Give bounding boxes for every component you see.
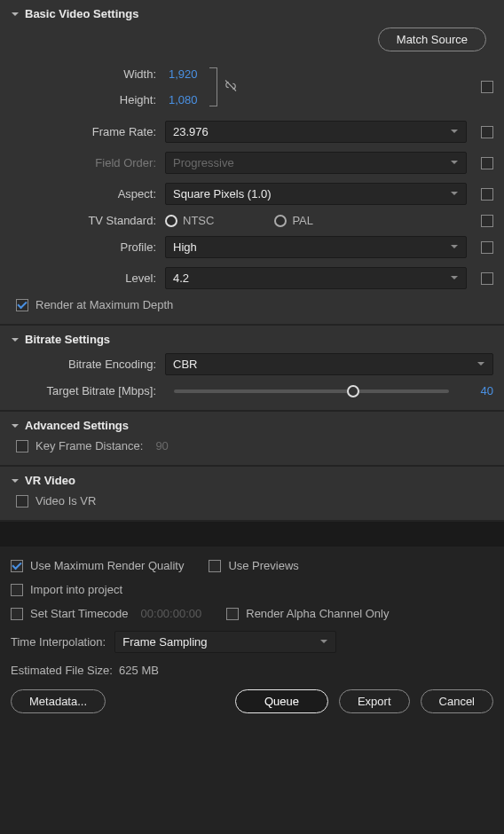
max-render-quality-label: Use Maximum Render Quality bbox=[30, 559, 184, 572]
time-interpolation-dropdown[interactable]: Frame Sampling bbox=[114, 631, 336, 653]
render-alpha-checkbox[interactable] bbox=[226, 608, 239, 620]
section-title: Bitrate Settings bbox=[25, 333, 110, 346]
render-max-depth-checkbox[interactable] bbox=[16, 299, 28, 311]
import-into-project-label: Import into project bbox=[30, 583, 122, 596]
use-previews-label: Use Previews bbox=[228, 559, 298, 572]
frame-rate-label: Frame Rate: bbox=[14, 125, 165, 138]
chevron-down-icon bbox=[450, 271, 459, 285]
video-is-vr-checkbox[interactable] bbox=[16, 495, 28, 507]
chevron-down-icon bbox=[450, 156, 459, 169]
import-into-project-checkbox[interactable] bbox=[11, 584, 23, 596]
chevron-down-icon bbox=[11, 421, 20, 430]
section-basic-video[interactable]: Basic Video Settings bbox=[11, 7, 493, 20]
target-bitrate-value[interactable]: 40 bbox=[458, 384, 493, 397]
set-start-timecode-label: Set Start Timecode bbox=[30, 607, 129, 620]
estimated-size-value: 625 MB bbox=[119, 664, 159, 677]
field-order-match-checkbox[interactable] bbox=[481, 157, 493, 169]
aspect-label: Aspect: bbox=[14, 187, 165, 201]
export-button[interactable]: Export bbox=[339, 689, 410, 713]
tv-pal-radio[interactable]: PAL bbox=[274, 214, 313, 227]
unlink-icon[interactable] bbox=[223, 78, 239, 97]
start-timecode-value: 00:00:00:00 bbox=[141, 607, 202, 620]
frame-rate-dropdown[interactable]: 23.976 bbox=[165, 121, 467, 143]
bitrate-encoding-dropdown[interactable]: CBR bbox=[165, 353, 493, 375]
bitrate-encoding-label: Bitrate Encoding: bbox=[14, 358, 165, 371]
cancel-button[interactable]: Cancel bbox=[421, 689, 493, 713]
chevron-down-icon bbox=[476, 358, 485, 371]
level-match-checkbox[interactable] bbox=[481, 272, 493, 285]
height-label: Height: bbox=[14, 93, 165, 106]
section-title: Basic Video Settings bbox=[25, 7, 138, 20]
field-order-dropdown: Progressive bbox=[165, 152, 467, 174]
profile-label: Profile: bbox=[14, 240, 165, 254]
chevron-down-icon bbox=[450, 240, 459, 254]
field-order-label: Field Order: bbox=[14, 156, 165, 169]
render-alpha-label: Render Alpha Channel Only bbox=[246, 607, 389, 620]
section-advanced[interactable]: Advanced Settings bbox=[11, 419, 493, 432]
target-bitrate-label: Target Bitrate [Mbps]: bbox=[14, 384, 165, 397]
level-label: Level: bbox=[14, 271, 165, 285]
width-label: Width: bbox=[14, 67, 165, 81]
chevron-down-icon bbox=[11, 10, 20, 19]
metadata-button[interactable]: Metadata... bbox=[11, 689, 106, 713]
frame-rate-match-checkbox[interactable] bbox=[481, 126, 493, 138]
profile-match-checkbox[interactable] bbox=[481, 241, 493, 254]
section-bitrate[interactable]: Bitrate Settings bbox=[11, 333, 493, 346]
chevron-down-icon bbox=[319, 635, 328, 649]
tv-ntsc-radio[interactable]: NTSC bbox=[165, 214, 214, 227]
keyframe-distance-checkbox[interactable] bbox=[16, 440, 28, 452]
chevron-down-icon bbox=[11, 335, 20, 344]
time-interpolation-label: Time Interpolation: bbox=[11, 635, 106, 649]
set-start-timecode-checkbox[interactable] bbox=[11, 608, 23, 620]
keyframe-distance-value: 90 bbox=[155, 439, 168, 452]
chevron-down-icon bbox=[11, 476, 20, 485]
video-is-vr-label: Video Is VR bbox=[35, 494, 96, 507]
section-vr[interactable]: VR Video bbox=[11, 474, 493, 487]
match-source-button[interactable]: Match Source bbox=[378, 28, 486, 51]
level-dropdown[interactable]: 4.2 bbox=[165, 267, 467, 289]
aspect-dropdown[interactable]: Square Pixels (1.0) bbox=[165, 183, 467, 205]
chevron-down-icon bbox=[450, 187, 459, 201]
aspect-match-checkbox[interactable] bbox=[481, 188, 493, 201]
use-previews-checkbox[interactable] bbox=[209, 560, 221, 572]
keyframe-distance-label: Key Frame Distance: bbox=[35, 439, 143, 452]
height-value[interactable]: 1,080 bbox=[165, 93, 198, 106]
tv-match-checkbox[interactable] bbox=[481, 215, 493, 227]
tv-standard-label: TV Standard: bbox=[14, 214, 165, 227]
slider-thumb[interactable] bbox=[347, 385, 359, 397]
wh-match-checkbox[interactable] bbox=[481, 81, 493, 93]
target-bitrate-slider[interactable] bbox=[174, 389, 449, 393]
queue-button[interactable]: Queue bbox=[235, 689, 328, 713]
section-title: Advanced Settings bbox=[25, 419, 129, 432]
width-value[interactable]: 1,920 bbox=[165, 67, 198, 81]
profile-dropdown[interactable]: High bbox=[165, 236, 467, 258]
max-render-quality-checkbox[interactable] bbox=[11, 560, 23, 572]
chevron-down-icon bbox=[450, 125, 459, 138]
section-title: VR Video bbox=[25, 474, 75, 487]
svg-line-0 bbox=[225, 81, 236, 91]
estimated-size-label: Estimated File Size: bbox=[11, 664, 113, 677]
render-max-depth-label: Render at Maximum Depth bbox=[35, 298, 173, 311]
